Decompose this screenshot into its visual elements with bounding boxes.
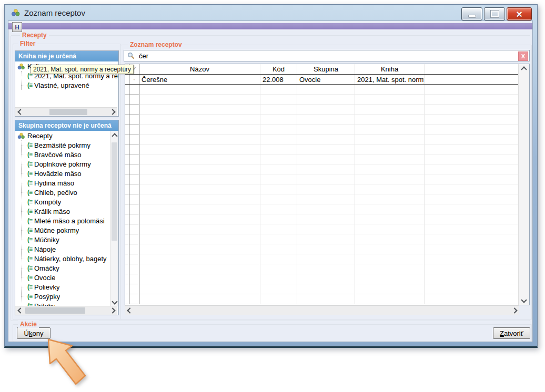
- tree-item-recipe-group[interactable]: (≡Bravčové mäso: [22, 150, 118, 159]
- search-box[interactable]: čer X: [124, 50, 530, 61]
- scroll-up-icon[interactable]: [110, 131, 119, 139]
- group-label-filter: Filter: [18, 40, 37, 47]
- table-row[interactable]: ◦ Čerešne 22.008 Ovocie 2021, Mat. spot.…: [125, 75, 519, 85]
- tree-item-recipe-group[interactable]: (≡Omáčky: [22, 263, 118, 273]
- tree-item-recipe-group[interactable]: (≡Králik mäso: [22, 207, 118, 216]
- title-bar: Zoznam receptov ×: [5, 5, 537, 20]
- table-row-empty: [125, 184, 519, 194]
- tree-item-recipe-group[interactable]: (≡Hovädzie mäso: [22, 169, 118, 178]
- books-panel-header[interactable]: Kniha nie je určená: [15, 51, 118, 61]
- table-row-empty: [125, 204, 519, 214]
- tree-item-recipe-group[interactable]: (≡Mleté mäso a polomäsi: [22, 216, 118, 225]
- tree-item-recipe-group[interactable]: (≡Bezmäsité pokrmy: [22, 140, 118, 150]
- group-label-zoznam: Zoznam receptov: [128, 41, 184, 48]
- recipe-groups-horizontal-scrollbar[interactable]: [15, 306, 117, 315]
- recipe-group-icon: (≡: [27, 208, 32, 215]
- book-icon: (≡: [27, 81, 32, 89]
- column-header-kniha[interactable]: Kniha: [355, 64, 425, 74]
- tree-item-recipe-group[interactable]: (≡Múčne pokrmy: [22, 225, 118, 235]
- table-row-empty: [125, 105, 519, 115]
- table-row-empty: [125, 174, 519, 184]
- recipe-group-icon: (≡: [27, 255, 32, 262]
- tree-item-recipe-group[interactable]: (≡Hydina mäso: [22, 178, 118, 188]
- scroll-left-icon[interactable]: [15, 108, 24, 116]
- books-horizontal-scrollbar[interactable]: [15, 107, 117, 116]
- column-header-nazov[interactable]: Názov: [139, 64, 260, 74]
- table-horizontal-scrollbar[interactable]: [125, 305, 519, 315]
- column-header-blank: [425, 64, 519, 74]
- tree-item-recipe-group[interactable]: (≡Doplnkové pokrmy: [22, 159, 118, 169]
- table-vertical-scrollbar[interactable]: [518, 64, 529, 305]
- tree-connector: [22, 249, 26, 250]
- table-row-empty: [125, 95, 519, 105]
- tree-connector: [22, 173, 26, 174]
- tree-connector: [22, 154, 26, 155]
- cell-kod: 22.008: [260, 75, 297, 84]
- tree-connector: [22, 183, 26, 183]
- tree-root-recepty[interactable]: Recepty: [15, 131, 118, 140]
- minimize-button[interactable]: [461, 7, 482, 20]
- tree-item-book[interactable]: (≡ Vlastné, upravené: [22, 80, 118, 90]
- scroll-down-icon[interactable]: [520, 296, 528, 305]
- scrollbar-thumb[interactable]: [25, 307, 85, 314]
- tree-item-recipe-group[interactable]: (≡Múčniky: [22, 235, 118, 244]
- recipe-groups-panel: Skupina receptov nie je určená Recepty (…: [15, 120, 119, 315]
- column-header-kod[interactable]: Kód: [260, 64, 297, 74]
- tree-item-recipe-group[interactable]: (≡Posýpky: [22, 292, 118, 301]
- recipe-group-icon: (≡: [27, 245, 32, 253]
- scroll-down-icon[interactable]: [110, 298, 119, 306]
- tree-item-recipe-group[interactable]: (≡Kompóty: [22, 197, 118, 207]
- tree-connector: [22, 296, 26, 297]
- recipe-groups-vertical-scrollbar[interactable]: [110, 131, 118, 306]
- scroll-left-icon[interactable]: [15, 306, 24, 315]
- group-label-recepty: Recepty: [20, 32, 49, 39]
- column-header-skupina[interactable]: Skupina: [297, 64, 355, 74]
- search-clear-button[interactable]: X: [518, 51, 528, 61]
- table-row-empty: [125, 154, 519, 164]
- tree-item-recipe-group[interactable]: (≡Ovocie: [22, 273, 118, 282]
- table-row-empty: [125, 125, 519, 135]
- recipe-group-icon: (≡: [27, 283, 32, 291]
- zatvorit-button[interactable]: Zatvoriť: [493, 327, 530, 339]
- tree-connector: [22, 202, 26, 202]
- maximize-button[interactable]: [484, 7, 505, 20]
- table-row-empty: [125, 85, 519, 95]
- books-panel: Kniha nie je určená Knihy (≡ 2021, Mat. …: [15, 50, 119, 117]
- tree-item-recipe-group[interactable]: (≡Nápoje: [22, 244, 118, 254]
- tree-item-recipe-group[interactable]: (≡Nátierky, oblohy, bagety: [22, 254, 118, 263]
- close-icon: ×: [516, 9, 522, 19]
- client-area: H Recepty Filter Kniha nie je určená Kni…: [8, 20, 533, 342]
- recipes-root-icon: [17, 132, 25, 139]
- tree-connector: [22, 221, 26, 221]
- app-icon: [11, 8, 21, 17]
- recipes-table: ✓ Názov Kód Skupina Kniha ◦ Čerešne 22.0…: [125, 64, 530, 305]
- scroll-right-icon[interactable]: [109, 306, 117, 315]
- recipe-groups-panel-header[interactable]: Skupina receptov nie je určená: [15, 120, 118, 131]
- recipe-group-icon: (≡: [27, 198, 32, 205]
- table-row-empty: [125, 284, 519, 294]
- scrollbar-thumb[interactable]: [112, 142, 117, 241]
- close-button[interactable]: ×: [507, 7, 532, 20]
- scroll-right-icon[interactable]: [511, 306, 519, 315]
- recipe-group-icon: (≡: [27, 217, 32, 224]
- recipe-group-icon: (≡: [27, 160, 32, 168]
- scroll-left-icon[interactable]: [125, 306, 133, 315]
- table-row-empty: [125, 274, 519, 284]
- books-root-icon: [17, 63, 25, 70]
- recipe-group-icon: (≡: [27, 151, 32, 158]
- h-tab-button[interactable]: H: [12, 22, 22, 32]
- scrollbar-thumb[interactable]: [49, 109, 88, 115]
- tree-item-recipe-group[interactable]: (≡Chlieb, pečivo: [22, 188, 118, 197]
- scroll-up-icon[interactable]: [520, 64, 528, 73]
- recipe-group-icon: (≡: [27, 236, 32, 243]
- recipe-group-icon: (≡: [27, 141, 32, 149]
- recipe-group-icon: (≡: [27, 274, 32, 281]
- tree-item-recipe-group[interactable]: (≡Polievky: [22, 282, 118, 292]
- table-body: ✓ Názov Kód Skupina Kniha ◦ Čerešne 22.0…: [125, 64, 519, 305]
- table-header-row: ✓ Názov Kód Skupina Kniha: [125, 64, 519, 75]
- search-input[interactable]: čer: [139, 52, 148, 60]
- table-empty-rows: [125, 85, 519, 304]
- cell-nazov: Čerešne: [139, 75, 260, 84]
- scroll-right-icon[interactable]: [109, 108, 117, 116]
- table-row-empty: [125, 264, 519, 274]
